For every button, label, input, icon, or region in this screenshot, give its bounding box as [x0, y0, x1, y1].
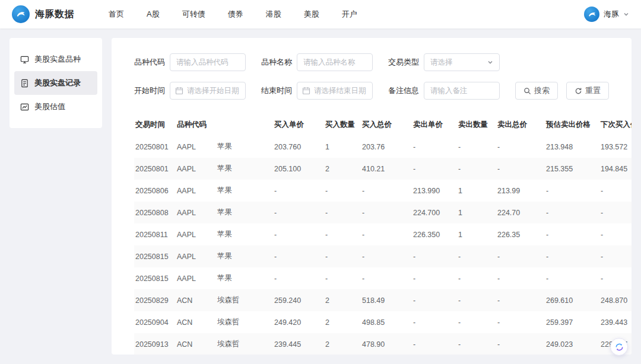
table-cell: - [412, 267, 457, 289]
table-cell: ACN [176, 289, 216, 311]
column-header-7: 卖出数量 [457, 114, 496, 136]
sidebar-item-label: 美股实盘品种 [34, 54, 81, 65]
remark-label: 备注信息 [388, 85, 419, 96]
table-cell: 20250904 [134, 311, 176, 333]
table-cell: 苹果 [216, 136, 273, 158]
search-button[interactable]: 搜索 [515, 82, 558, 100]
user-avatar [584, 7, 599, 22]
table-cell: - [324, 180, 361, 202]
nav-item-1[interactable]: A股 [147, 9, 160, 20]
user-menu[interactable]: 海豚 [584, 7, 629, 22]
table-cell: 410.21 [361, 158, 412, 180]
table-cell: 239.445 [273, 333, 324, 355]
table-cell: AAPL [176, 223, 216, 245]
table-cell: ACN [176, 311, 216, 333]
table-row-3: 20250808AAPL苹果---224.7001224.70-- [134, 202, 632, 223]
table-cell: 249.420 [273, 311, 324, 333]
table-cell: AAPL [176, 245, 216, 267]
nav-item-4[interactable]: 港股 [266, 9, 281, 20]
table-cell: 苹果 [216, 180, 273, 202]
table-cell: - [457, 245, 496, 267]
table-cell: - [496, 158, 545, 180]
table-cell: - [273, 202, 324, 223]
column-header-1: 品种代码 [176, 114, 216, 136]
table-cell: 20250829 [134, 289, 176, 311]
filter-code-label: 品种代码 [134, 57, 165, 68]
nav-item-3[interactable]: 债券 [228, 9, 243, 20]
table-cell: 1 [457, 223, 496, 245]
start-time-label: 开始时间 [134, 85, 165, 96]
table-cell: 249.023 [545, 333, 599, 355]
table-cell: 20250815 [134, 245, 176, 267]
table-cell: 259.397 [545, 311, 599, 333]
table-cell: - [412, 136, 457, 158]
table-cell: - [545, 267, 599, 289]
nav-item-5[interactable]: 美股 [304, 9, 319, 20]
search-button-label: 搜索 [534, 85, 550, 96]
table-cell: 苹果 [216, 202, 273, 223]
filter-name-label: 品种名称 [261, 57, 292, 68]
table-cell: 2 [324, 158, 361, 180]
records-table-wrap: 交易时间品种代码买入单价买入数量买入总价卖出单价卖出数量卖出总价预估卖出价格下次… [134, 114, 632, 355]
nav-item-6[interactable]: 开户 [342, 9, 357, 20]
trade-type-select[interactable]: 请选择 [424, 53, 500, 71]
table-cell: 20250913 [134, 333, 176, 355]
table-cell: - [599, 202, 632, 223]
filter-remark: 备注信息 [388, 82, 500, 100]
table-cell: - [496, 136, 545, 158]
table-cell: ACN [176, 333, 216, 355]
sidebar-item-0[interactable]: 美股实盘品种 [14, 47, 97, 71]
column-header-5: 买入总价 [361, 114, 412, 136]
nav-item-2[interactable]: 可转债 [182, 9, 205, 20]
nav-item-0[interactable]: 首页 [109, 9, 124, 20]
brand-title: 海豚数据 [35, 8, 74, 21]
table-cell: AAPL [176, 202, 216, 223]
table-cell: 埃森哲 [216, 333, 273, 355]
theme-helper-button[interactable] [610, 338, 628, 356]
table-cell: - [412, 333, 457, 355]
table-cell: 20250801 [134, 158, 176, 180]
table-cell: 2 [324, 289, 361, 311]
top-navbar: 海豚数据 首页A股可转债债券港股美股开户 海豚 [0, 0, 641, 28]
brand[interactable]: 海豚数据 [12, 5, 74, 23]
table-row-4: 20250811AAPL苹果---226.3501226.35-- [134, 223, 632, 245]
code-input[interactable] [170, 53, 246, 71]
table-row-8: 20250904ACN埃森哲249.4202498.85---259.39723… [134, 311, 632, 333]
user-name: 海豚 [604, 9, 619, 20]
column-header-4: 买入数量 [324, 114, 361, 136]
end-time-label: 结束时间 [261, 85, 292, 96]
table-cell: 203.76 [361, 136, 412, 158]
table-cell: 苹果 [216, 158, 273, 180]
column-header-10: 下次买入价格 [599, 114, 632, 136]
table-cell: AAPL [176, 158, 216, 180]
table-cell: - [457, 289, 496, 311]
table-cell: - [457, 311, 496, 333]
table-header-row: 交易时间品种代码买入单价买入数量买入总价卖出单价卖出数量卖出总价预估卖出价格下次… [134, 114, 632, 136]
records-table: 交易时间品种代码买入单价买入数量买入总价卖出单价卖出数量卖出总价预估卖出价格下次… [134, 114, 632, 355]
remark-input[interactable] [424, 82, 500, 100]
dolphin-logo-icon [12, 5, 30, 23]
table-cell: - [412, 158, 457, 180]
name-input[interactable] [297, 53, 373, 71]
table-cell: AAPL [176, 136, 216, 158]
table-cell: - [361, 267, 412, 289]
table-row-1: 20250801AAPL苹果205.1002410.21---215.35519… [134, 158, 632, 180]
table-cell: - [545, 245, 599, 267]
table-cell: 478.90 [361, 333, 412, 355]
table-cell: - [273, 180, 324, 202]
table-cell: - [273, 245, 324, 267]
table-cell: - [457, 267, 496, 289]
table-cell: 239.443 [599, 311, 632, 333]
table-cell: - [496, 289, 545, 311]
table-cell: - [599, 223, 632, 245]
reset-button[interactable]: 重置 [566, 82, 609, 100]
page-content: 美股实盘品种美股实盘记录美股估值 品种代码 品种名称 交易类型 请选择 [0, 28, 641, 364]
sidebar-item-label: 美股实盘记录 [34, 78, 81, 88]
table-cell: 259.240 [273, 289, 324, 311]
table-cell: 226.350 [412, 223, 457, 245]
table-cell: 2 [324, 311, 361, 333]
sidebar-item-1[interactable]: 美股实盘记录 [14, 71, 97, 95]
table-cell: - [545, 180, 599, 202]
sidebar-item-2[interactable]: 美股估值 [14, 95, 97, 119]
table-cell: - [599, 180, 632, 202]
